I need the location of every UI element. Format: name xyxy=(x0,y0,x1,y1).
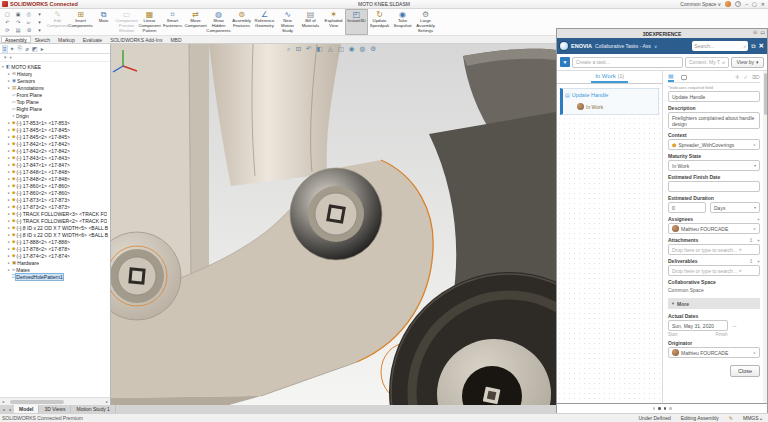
tree-item[interactable]: ▸ (-) 17-845<1> <17-845> xyxy=(0,126,110,133)
tree-item[interactable]: ▸ (-) 17-853<1> <17-853> xyxy=(0,119,110,126)
ribbon-button[interactable]: Take Snapshot xyxy=(391,9,414,35)
hide-show-icon[interactable]: ◉ xyxy=(349,45,355,53)
task-title[interactable]: Update Handle xyxy=(572,92,609,98)
select-caret-icon[interactable]: ▾ xyxy=(38,19,41,25)
tree-filter-bar[interactable]: ▼ ▾ xyxy=(0,54,110,62)
tree-item[interactable]: ▸ (-) 17-848<2> <17-848> xyxy=(0,175,110,182)
rebuild-icon[interactable]: ⟳ xyxy=(5,27,9,33)
panel-minimize-icon[interactable]: ▭ xyxy=(760,29,765,35)
tag-icon[interactable]: ⧉ xyxy=(751,43,755,50)
context-filter-input[interactable]: Context: My T... ⌕ xyxy=(685,57,729,68)
tree-item[interactable]: ▸ (-) TRACK FOLLOWER<2> <TRACK FO xyxy=(0,217,110,224)
attachments-search-input[interactable]: Drop here or type to search... ⌕ xyxy=(668,244,760,255)
panel-pagination[interactable] xyxy=(556,404,768,413)
ribbon-button[interactable]: New Motion Study xyxy=(276,9,299,35)
maturity-state-select[interactable]: In Work ▾ xyxy=(668,160,760,171)
model-tab[interactable]: 3D Views xyxy=(39,405,71,413)
complete-check-icon[interactable]: ✓ xyxy=(744,74,749,80)
duration-unit-select[interactable]: Days ▾ xyxy=(710,202,760,213)
user-avatar[interactable] xyxy=(725,1,731,7)
create-task-input[interactable]: Create a task... xyxy=(572,57,683,68)
configurationmanager-tab-icon[interactable]: ⎘ xyxy=(18,45,23,52)
ribbon-button[interactable]: Edit Component xyxy=(46,9,69,35)
scrollbar-thumb[interactable] xyxy=(10,400,64,404)
previous-view-icon[interactable]: ↶ xyxy=(306,45,311,53)
featuremanager-tab-icon[interactable]: ≡ xyxy=(3,46,7,52)
tree-item[interactable]: ▸ (-) 17-860<1> <17-860> xyxy=(0,182,110,189)
tree-item[interactable]: ▸ (-) 17-873<2> <17-873> xyxy=(0,203,110,210)
graphics-viewport[interactable]: ⌕⊡↶◧◬◫◉◍⚙ xyxy=(111,44,556,405)
tab-scroll-right-icon[interactable]: ▸ xyxy=(7,405,14,413)
ribbon-tab[interactable]: MBD xyxy=(166,36,185,43)
scroll-right-icon[interactable]: ▸ xyxy=(104,399,110,404)
ribbon-button[interactable]: Assembly Features xyxy=(230,9,253,35)
space-selector[interactable]: Common Space ∨ xyxy=(680,1,721,7)
3dexperience-compass-icon[interactable] xyxy=(560,42,568,50)
new-file-icon[interactable]: ▢ xyxy=(5,11,10,17)
ribbon-button[interactable]: Component Preview Window xyxy=(115,9,138,35)
app-title[interactable]: Collaborative Tasks - Assigned to ... xyxy=(595,43,651,49)
add-assignee-icon[interactable]: + xyxy=(757,216,760,222)
model-tab[interactable]: Motion Study 1 xyxy=(71,405,115,413)
upload-icon[interactable]: ↥ xyxy=(749,237,753,243)
filter-button[interactable]: ▼ xyxy=(560,57,570,67)
tree-item[interactable]: DerivedHolePattern1 xyxy=(0,273,110,280)
assignee-select[interactable]: Mathieu FOURCADE ∨ xyxy=(668,223,760,234)
ribbon-button[interactable]: Mate xyxy=(92,9,115,35)
redo-icon[interactable]: ↷ xyxy=(16,19,20,25)
tree-item[interactable]: ▸ (-) 17-874<2> <17-874> xyxy=(0,252,110,259)
save-caret-icon[interactable]: ▾ xyxy=(38,11,41,17)
actual-start-date-field[interactable]: Sun, May 31, 2020 xyxy=(668,320,728,331)
ribbon-button[interactable]: Large Assembly Settings xyxy=(414,9,437,35)
propertymanager-tab-icon[interactable]: ✦ xyxy=(10,45,15,52)
task-comments-tab-icon[interactable] xyxy=(681,75,687,80)
ribbon-button[interactable]: Smart Fasteners xyxy=(161,9,184,35)
ribbon-button[interactable]: Bill of Materials xyxy=(299,9,322,35)
tree-item[interactable]: ▸ Hardware xyxy=(0,259,110,266)
tree-item[interactable]: ▸ Annotations xyxy=(0,84,110,91)
panel-apps-icon[interactable]: ⊙ xyxy=(753,29,757,35)
filter-funnel-icon[interactable]: ▼ xyxy=(3,55,7,60)
search-input[interactable]: Search... ⌕ xyxy=(692,41,748,51)
scrollbar-thumb[interactable] xyxy=(764,73,767,115)
in-work-tab[interactable]: In Work (1) xyxy=(591,73,628,83)
tree-item[interactable]: Top Plane xyxy=(0,98,110,105)
filter-caret-icon[interactable]: ▾ xyxy=(9,55,11,60)
close-task-button[interactable]: Close xyxy=(730,365,760,377)
upload-icon[interactable]: ↥ xyxy=(749,258,753,264)
view-by-button[interactable]: View by ▾ xyxy=(731,57,764,68)
tree-item[interactable]: ▸ (-) 17-873<1> <17-873> xyxy=(0,196,110,203)
tree-item[interactable]: ▸ (-) 17-842<1> <17-842> xyxy=(0,140,110,147)
tree-item[interactable]: ▸ History xyxy=(0,70,110,77)
tree-item[interactable]: ▸ (-) 17-845<2> <17-845> xyxy=(0,133,110,140)
ribbon-tab[interactable]: Sketch xyxy=(31,36,54,43)
save-icon[interactable]: ⎙ xyxy=(27,11,31,18)
zoom-fit-icon[interactable]: ⌕ xyxy=(287,45,291,53)
ribbon-tab[interactable]: Assembly xyxy=(1,36,31,43)
ribbon-button[interactable]: Insert Components xyxy=(69,9,92,35)
context-select[interactable]: ⬢ Spreader_WithCoverings ∨ xyxy=(668,139,760,150)
panel-expand-icon[interactable]: ▸ xyxy=(41,45,44,52)
chevron-down-icon[interactable]: ∨ xyxy=(654,44,657,49)
open-file-icon[interactable]: ▣ xyxy=(16,11,21,17)
tree-item[interactable]: ▸ Mates xyxy=(0,266,110,273)
originator-select[interactable]: Mathieu FOURCADE ∨ xyxy=(668,347,760,358)
detail-scrollbar[interactable] xyxy=(763,71,767,403)
view-settings-icon[interactable]: ⚙ xyxy=(370,45,376,53)
duration-value-field[interactable]: 0 xyxy=(668,202,706,213)
ribbon-button[interactable]: Reference Geometry xyxy=(253,9,276,35)
ribbon-tab[interactable]: Markup xyxy=(54,36,79,43)
ribbon-button[interactable]: Move Component xyxy=(184,9,207,35)
close-button[interactable]: ✕ xyxy=(761,1,765,7)
appearance-icon[interactable]: ◍ xyxy=(360,45,366,53)
tree-item[interactable]: Right Plane xyxy=(0,105,110,112)
displaymanager-tab-icon[interactable]: ◩ xyxy=(32,45,38,52)
tree-item[interactable]: ▸ (-) 17-860<2> <17-860> xyxy=(0,189,110,196)
tree-item[interactable]: ▸ (-) TRACK FOLLOWER<3> <TRACK FO xyxy=(0,210,110,217)
undo-icon[interactable]: ↶ xyxy=(5,19,9,25)
description-field[interactable]: Firefighters complained about handle des… xyxy=(668,112,760,129)
tree-item[interactable]: ▾ MOTO KNEE xyxy=(0,63,110,70)
reassign-person-icon[interactable]: ✛ xyxy=(735,74,740,80)
tree-horizontal-scrollbar[interactable]: ◂ ▸ xyxy=(0,397,110,405)
display-style-icon[interactable]: ◫ xyxy=(338,45,344,53)
